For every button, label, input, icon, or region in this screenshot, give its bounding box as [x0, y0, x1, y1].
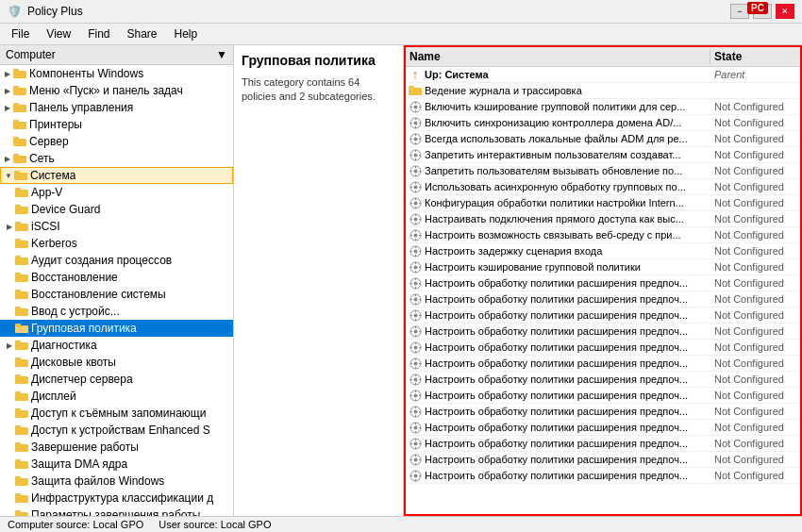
- row-type-icon: [408, 101, 423, 113]
- tree-label: Kerberos: [31, 237, 77, 250]
- table-row[interactable]: Настроить обработку политики расширения …: [406, 436, 800, 452]
- tree-item-infra[interactable]: Инфраструктура классификации д: [0, 490, 233, 507]
- menu-bar: File View Find Share Help: [0, 24, 802, 45]
- tree-item-audit[interactable]: Аудит создания процессов: [0, 252, 233, 269]
- menu-file[interactable]: File: [4, 25, 37, 42]
- table-row[interactable]: Настроить обработку политики расширения …: [406, 324, 800, 340]
- row-type-icon: [408, 165, 423, 177]
- svg-point-122: [413, 265, 417, 269]
- tree-item-grupppol[interactable]: Групповая политика: [0, 320, 233, 337]
- table-row[interactable]: Включить синхронизацию контроллера домен…: [406, 115, 800, 131]
- folder-icon: [15, 492, 28, 504]
- table-row[interactable]: Настроить возможность связывать веб-сред…: [406, 227, 800, 243]
- expand-icon: [4, 187, 15, 198]
- table-row[interactable]: Ведение журнала и трассировка: [406, 83, 800, 99]
- tree-item-display[interactable]: Дисплей: [0, 388, 233, 405]
- table-row[interactable]: Включить кэширование групповой политики …: [406, 99, 800, 115]
- svg-rect-14: [15, 190, 28, 197]
- table-row[interactable]: Настроить обработку политики расширения …: [406, 388, 800, 404]
- tree-item-server[interactable]: Сервер: [0, 133, 233, 150]
- row-type-icon: [408, 325, 423, 338]
- table-row[interactable]: Настроить задержку сценария входаNot Con…: [406, 243, 800, 259]
- menu-share[interactable]: Share: [119, 25, 164, 42]
- svg-rect-43: [15, 427, 28, 435]
- folder-icon: [13, 136, 26, 147]
- table-row[interactable]: Запретить интерактивным пользователям со…: [406, 147, 800, 163]
- svg-rect-31: [15, 324, 21, 326]
- svg-rect-28: [15, 308, 28, 316]
- tree-item-iscsi[interactable]: ▶iSCSI: [0, 218, 233, 235]
- tree-item-kerberos[interactable]: Kerberos: [0, 235, 233, 252]
- row-state: Not Configured: [710, 197, 800, 208]
- tree-item-zavershenie[interactable]: Завершение работы: [0, 439, 233, 456]
- tree-item-disk-kvoty[interactable]: Дисковые квоты: [0, 354, 233, 371]
- tree-item-zashita-faylov[interactable]: Защита файлов Windows: [0, 473, 233, 490]
- table-body[interactable]: ↑Up: СистемаParentВедение журнала и трас…: [406, 67, 800, 514]
- tree-item-params-zavershenie[interactable]: Параметры завершения работы: [0, 507, 233, 516]
- row-name: Запретить интерактивным пользователям со…: [423, 149, 710, 160]
- table-row[interactable]: Настроить обработку политики расширения …: [406, 420, 800, 436]
- row-state: Not Configured: [710, 293, 800, 305]
- row-name: Настроить обработку политики расширения …: [423, 357, 710, 369]
- tree-label: Защита DMA ядра: [31, 457, 127, 471]
- close-button[interactable]: ✕: [776, 4, 794, 19]
- expand-icon: [4, 509, 15, 516]
- table-row[interactable]: Настроить обработку политики расширения …: [406, 452, 800, 468]
- table-row[interactable]: Настроить кэширование групповой политики…: [406, 259, 800, 275]
- table-row[interactable]: Настроить обработку политики расширения …: [406, 372, 800, 388]
- expand-icon: [4, 424, 15, 436]
- tree-item-menu-pusk[interactable]: ▶Меню «Пуск» и панель задач: [0, 82, 233, 99]
- tree-container[interactable]: ▶Компоненты Windows▶Меню «Пуск» и панель…: [0, 65, 233, 516]
- folder-icon: [15, 238, 28, 249]
- menu-help[interactable]: Help: [167, 25, 206, 42]
- table-row[interactable]: Настроить обработку политики расширения …: [406, 275, 800, 291]
- table-row[interactable]: Настроить обработку политики расширения …: [406, 340, 800, 356]
- tree-item-zashita-dma[interactable]: Защита DMA ядра: [0, 456, 233, 473]
- expand-icon: ▶: [2, 153, 13, 164]
- svg-rect-0: [13, 71, 26, 78]
- row-name: Настроить кэширование групповой политики: [423, 261, 710, 273]
- category-description: This category contains 64 policies and 2…: [242, 75, 395, 105]
- table-row[interactable]: Настроить обработку политики расширения …: [406, 291, 800, 308]
- row-name: Настроить обработку политики расширения …: [423, 470, 710, 481]
- tree-item-dostup-ustr[interactable]: Доступ к устройствам Enhanced S: [0, 422, 233, 439]
- tree-item-printery[interactable]: Принтеры: [0, 116, 233, 133]
- svg-point-86: [413, 169, 417, 173]
- tree-item-vosstanov-sys[interactable]: Восстановление системы: [0, 286, 233, 303]
- tree-item-device-guard[interactable]: Device Guard: [0, 201, 233, 218]
- tree-item-app-v[interactable]: App-V: [0, 184, 233, 201]
- table-row[interactable]: Настроить обработку политики расширения …: [406, 468, 800, 484]
- tree-item-diagnostika[interactable]: ▶Диагностика: [0, 337, 233, 354]
- table-row[interactable]: Настроить обработку политики расширения …: [406, 356, 800, 372]
- row-name: Настроить задержку сценария входа: [423, 245, 710, 257]
- row-state: Not Configured: [710, 133, 800, 144]
- menu-find[interactable]: Find: [80, 25, 117, 42]
- tree-item-vvod[interactable]: Ввод с устройс...: [0, 303, 233, 320]
- table-row[interactable]: Настроить обработку политики расширения …: [406, 308, 800, 324]
- table-row[interactable]: ↑Up: СистемаParent: [406, 67, 800, 83]
- table-row[interactable]: Всегда использовать локальные файлы ADM …: [406, 131, 800, 147]
- dropdown-icon[interactable]: ▼: [216, 48, 227, 61]
- svg-rect-5: [13, 103, 19, 106]
- menu-view[interactable]: View: [39, 25, 78, 42]
- tree-label: Компоненты Windows: [29, 67, 143, 80]
- table-row[interactable]: Использовать асинхронную обработку групп…: [406, 179, 800, 195]
- table-row[interactable]: Конфигурация обработки политики настройк…: [406, 195, 800, 211]
- tree-item-set[interactable]: ▶Сеть: [0, 150, 233, 167]
- tree-item-panel-upr[interactable]: ▶Панель управления: [0, 99, 233, 116]
- folder-icon: [15, 509, 28, 516]
- tree-item-sistema[interactable]: ▼Система: [0, 167, 233, 184]
- row-state: Not Configured: [710, 325, 800, 337]
- tree-item-dispatcher[interactable]: Диспетчер сервера: [0, 371, 233, 388]
- tree-item-kompwin[interactable]: ▶Компоненты Windows: [0, 65, 233, 82]
- table-row[interactable]: Настроить обработку политики расширения …: [406, 404, 800, 420]
- table-row[interactable]: Настраивать подключения прямого доступа …: [406, 211, 800, 227]
- svg-rect-24: [15, 274, 28, 282]
- svg-rect-8: [13, 139, 26, 146]
- tree-item-dostup-syomn[interactable]: Доступ к съёмным запоминающи: [0, 405, 233, 422]
- row-name: Всегда использовать локальные файлы ADM …: [423, 133, 710, 144]
- minimize-button[interactable]: −: [730, 4, 749, 19]
- table-row[interactable]: Запретить пользователям вызывать обновле…: [406, 163, 800, 179]
- tree-item-vosstanov[interactable]: Восстановление: [0, 269, 233, 286]
- svg-rect-9: [13, 137, 19, 140]
